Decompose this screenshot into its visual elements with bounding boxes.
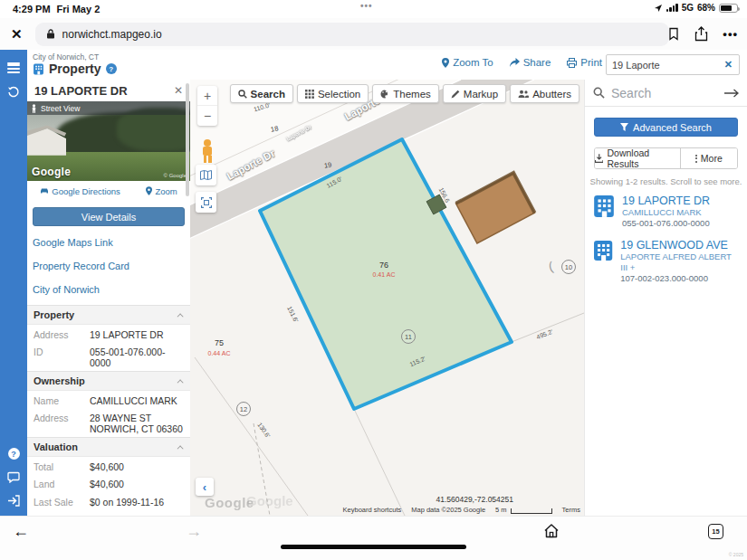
more-button[interactable]: More [681,148,737,168]
pegman-icon [31,104,37,113]
home-indicator[interactable] [281,545,466,549]
more-label: More [701,153,723,164]
field-row-last-sale: Last Sale $0 on 1999-11-16 [27,492,190,510]
basemap-button[interactable] [196,165,216,185]
result-item[interactable]: 19 LAPORTE DR CAMILLUCCI MARK 055-001-07… [585,186,747,231]
close-panel-icon[interactable]: ✕ [174,84,183,97]
map-attribution: Keyboard shortcuts Map data ©2025 Google… [343,506,580,514]
app-sidebar-rail: ? [0,50,27,516]
location-arrow-icon [654,4,663,13]
screen: 4:29 PM Fri May 2 ••• 5G 68% ✕ norwichct… [0,0,747,560]
result-owner: LAPORTE ALFRED ALBERT III + [620,252,740,273]
property-record-card-link[interactable]: Property Record Card [33,258,185,274]
map-tool-selection[interactable]: Selection [297,84,369,103]
google-directions-link[interactable]: Google Directions [40,186,120,196]
browser-more-button[interactable]: ••• [723,27,738,41]
parcel-area-label: 0.41 AC [362,271,406,278]
forward-button[interactable]: → [186,522,202,541]
terms-link[interactable]: Terms [562,506,580,514]
bookmark-icon[interactable] [667,27,680,41]
pin-icon [146,186,152,195]
result-owner: CAMILLUCCI MARK [622,207,710,218]
map-data-label: Map data ©2025 Google [411,506,485,514]
help-icon[interactable]: ? [0,448,27,460]
car-icon [40,187,49,195]
google-watermark-ghost: Google [246,493,293,508]
street-view-photo[interactable]: Street View Google © Google [27,101,190,181]
field-value: 19 LAPORTE DR [90,329,164,340]
city-of-norwich-link[interactable]: City of Norwich [33,281,185,298]
advanced-search-label: Advanced Search [633,122,712,133]
app-name: Property [49,62,101,76]
app-header: City of Norwich, CT Property ? Zoom To S… [27,50,747,80]
field-label: Land [34,479,90,489]
pin-icon [442,58,449,68]
map-tool-markup[interactable]: Markup [443,84,506,103]
parcel-area-label: 0.44 AC [197,350,241,356]
header-search-input[interactable] [607,60,724,71]
section-header-ownership[interactable]: Ownership [27,371,190,391]
zoom-to-label: Zoom To [453,57,493,68]
home-icon[interactable] [543,523,560,539]
zoom-link[interactable]: Zoom [146,186,177,196]
advanced-search-button[interactable]: Advanced Search [594,118,738,137]
battery-icon [719,4,738,13]
back-button[interactable]: ← [13,522,29,541]
menu-icon[interactable] [0,61,27,66]
print-link[interactable]: Print [567,57,602,68]
result-address: 19 GLENWOOD AVE [620,239,740,252]
zoom-in-button[interactable]: + [197,86,217,106]
section-header-valuation[interactable]: Valuation [27,437,190,457]
feedback-chat-icon[interactable] [0,471,27,483]
parcel-id-label: 76 [366,261,402,270]
sign-in-icon[interactable] [0,495,27,507]
submit-arrow-icon[interactable] [724,89,739,98]
google-maps-link[interactable]: Google Maps Link [33,234,185,251]
map-canvas[interactable]: Laporte Dr Laporte Dr Laporte Dr 110.0' … [190,80,584,516]
history-icon[interactable] [0,86,27,99]
street-view-label: Street View [41,104,80,113]
zoom-to-link[interactable]: Zoom To [442,57,493,68]
cellular-signal-icon [666,4,678,12]
field-label: Name [34,395,90,406]
selected-property-title: 19 LAPORTE DR [34,84,128,98]
tabs-button[interactable]: 15 [708,524,723,539]
building-icon [592,239,614,262]
panel-scrollbar[interactable] [186,83,189,196]
share-link[interactable]: Share [510,57,551,68]
zoom-out-button[interactable]: − [197,106,217,126]
header-search-box: ✕ [606,54,740,75]
field-value: $40,600 [90,479,124,489]
parcel-id-label: 75 [201,338,237,347]
lock-icon [46,29,55,39]
map-surface [190,80,584,516]
section-title: Property [34,309,74,320]
collapse-panel-button[interactable]: ‹ [196,478,214,496]
zoom-control: + − [197,86,217,126]
results-search-input[interactable] [611,86,718,100]
keyboard-shortcuts-link[interactable]: Keyboard shortcuts [343,506,402,514]
pegman-control[interactable] [199,139,215,163]
share-icon[interactable] [694,26,708,42]
field-row-address: Address 19 LAPORTE DR [27,325,190,343]
result-item[interactable]: 19 GLENWOOD AVE LAPORTE ALFRED ALBERT II… [585,231,747,286]
more-icon [695,155,697,163]
map-tool-themes[interactable]: Themes [372,84,439,103]
field-label: Address [34,329,90,340]
street-view-banner: Street View [27,101,190,115]
section-header-property[interactable]: Property [27,305,190,325]
map-tool-search[interactable]: Search [230,84,293,103]
view-details-button[interactable]: View Details [33,207,185,226]
extent-button[interactable] [196,192,216,213]
address-bar[interactable]: norwichct.mapgeo.io [35,23,669,46]
field-label: ID [34,346,90,368]
app-help-badge[interactable]: ? [106,63,117,74]
property-app-icon [33,63,44,75]
download-results-button[interactable]: Download Results [595,148,681,168]
close-browser-button[interactable]: ✕ [11,26,23,43]
map-tool-abutters[interactable]: Abutters [510,84,579,103]
field-label: Last Sale [34,497,90,508]
basemap-icon [200,170,212,180]
clear-search-icon[interactable]: ✕ [724,59,739,71]
field-value: $40,600 [90,461,124,472]
